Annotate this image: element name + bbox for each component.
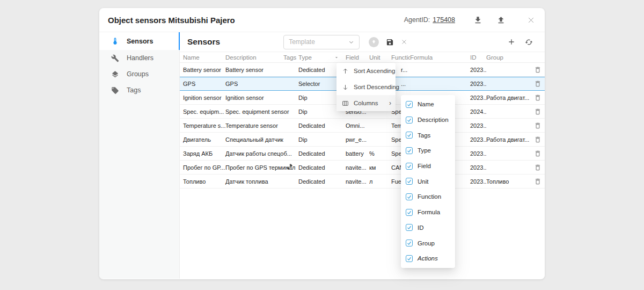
cell-actions (532, 178, 545, 185)
wrench-icon (111, 54, 119, 62)
menu-item-columns[interactable]: Columns› (336, 95, 396, 111)
columns-menu-item-tags[interactable]: Tags (401, 127, 455, 143)
cell-id: 2023... (470, 136, 486, 143)
column-header-label: Field (346, 54, 359, 61)
thermometer-icon (111, 37, 119, 45)
columns-menu-item-actions[interactable]: Actions (401, 251, 455, 266)
columns-menu-item-field[interactable]: Field (401, 158, 455, 174)
cell-actions (532, 136, 545, 143)
cell-id: 2023... (470, 164, 486, 171)
delete-row-icon[interactable] (534, 80, 541, 88)
delete-row-icon[interactable] (534, 136, 541, 143)
checkbox-group[interactable] (406, 240, 413, 247)
table-row[interactable]: Заряд АКБДатчик работы спецоб...Dedicate… (180, 147, 545, 161)
save-template-button[interactable] (386, 38, 394, 46)
column-header-group[interactable]: Group (486, 54, 532, 61)
sensors-dialog: Object sensors Mitsubishi Pajero AgentID… (99, 8, 545, 279)
column-header-id[interactable]: ID (470, 54, 486, 61)
column-header-label: Name (183, 54, 200, 61)
delete-row-icon[interactable] (534, 164, 541, 171)
column-header-label: ID (470, 54, 477, 61)
close-icon[interactable] (527, 16, 535, 24)
checkbox-name[interactable] (406, 101, 413, 108)
table-row[interactable]: Temperature s...Temperature sensorDedica… (180, 119, 545, 133)
checkbox-unit[interactable] (406, 178, 413, 185)
columns-menu-item-description[interactable]: Description (401, 112, 455, 128)
toolbar: Sensors Template (180, 32, 545, 52)
download-icon[interactable] (473, 16, 482, 25)
cell-unit: л (369, 178, 391, 185)
sidebar-item-sensors[interactable]: Sensors (99, 32, 179, 50)
table-row[interactable]: Пробег по GP...Пробег по GPS терминалDed… (180, 161, 545, 175)
columns-menu-item-id[interactable]: ID (401, 220, 455, 236)
column-header-field[interactable]: Field (346, 54, 369, 61)
column-header-type[interactable]: Type (298, 54, 346, 61)
menu-item-sort-ascending[interactable]: Sort Ascending (336, 63, 396, 79)
cell-name: Ignition sensor (183, 95, 225, 101)
sidebar-item-label: Handlers (127, 54, 153, 62)
tags-pair-icon (287, 164, 294, 171)
column-header-label: Function (391, 54, 410, 61)
checkbox-tags[interactable] (406, 132, 413, 139)
template-select[interactable]: Template (283, 35, 360, 49)
agent-id-label: AgentID: (404, 16, 430, 24)
column-header-description[interactable]: Description (225, 54, 283, 61)
columns-menu-item-function[interactable]: Function (401, 189, 455, 205)
cell-description: Spec. equipment sensor (225, 108, 283, 115)
delete-row-icon[interactable] (534, 94, 541, 102)
menu-item-sort-descending[interactable]: Sort Descending (336, 79, 396, 95)
delete-row-icon[interactable] (534, 108, 541, 115)
clear-template-icon[interactable] (401, 39, 407, 45)
checkbox-formula[interactable] (406, 209, 413, 216)
delete-row-icon[interactable] (534, 66, 541, 74)
table-row[interactable]: ДвигательСпециальный датчикDippwr_e...Sp… (180, 133, 545, 147)
column-header-function[interactable]: Function (391, 54, 410, 61)
column-header-formula[interactable]: Formula (410, 54, 470, 61)
filter-caret-icon[interactable] (334, 55, 339, 60)
cell-type: Dedicated (298, 150, 346, 157)
checkbox-actions[interactable] (406, 255, 413, 262)
columns-menu-item-label: Name (418, 101, 434, 107)
delete-row-icon[interactable] (534, 150, 541, 157)
cell-type: Dedicated (298, 122, 346, 129)
menu-item-label: Sort Ascending (354, 68, 395, 74)
column-header-unit[interactable]: Unit (369, 54, 391, 61)
table-row[interactable]: ТопливоДатчик топливаDedicatednavite...л… (180, 175, 545, 189)
apply-template-button[interactable] (369, 37, 379, 47)
sidebar-item-tags[interactable]: Tags (99, 82, 179, 98)
agent-id-link[interactable]: 175408 (433, 16, 455, 24)
cell-field: Omni... (346, 122, 369, 129)
refresh-icon[interactable] (525, 38, 533, 46)
columns-icon (342, 100, 349, 107)
sidebar-item-handlers[interactable]: Handlers (99, 50, 179, 66)
columns-menu-item-group[interactable]: Group (401, 235, 455, 251)
table-header-row: NameDescriptionTagsTypeFieldUnitFunction… (180, 52, 545, 63)
checkbox-field[interactable] (406, 163, 413, 170)
delete-row-icon[interactable] (534, 178, 541, 185)
layers-icon (111, 70, 119, 78)
cell-actions (532, 108, 545, 115)
columns-menu-item-label: Function (418, 193, 441, 200)
checkbox-description[interactable] (406, 117, 413, 124)
column-header-name[interactable]: Name (183, 54, 225, 61)
cell-name: Пробег по GP... (183, 164, 225, 171)
checkbox-function[interactable] (406, 193, 413, 200)
cell-name: Топливо (183, 178, 225, 185)
checkbox-id[interactable] (406, 224, 413, 231)
chevron-down-icon (348, 39, 354, 45)
cell-description: Ignition sensor (225, 95, 283, 101)
cell-id: 2023... (470, 81, 486, 87)
upload-icon[interactable] (496, 16, 506, 25)
add-sensor-button[interactable] (507, 38, 516, 46)
column-header-tags[interactable]: Tags (283, 54, 298, 61)
columns-menu-item-label: Description (418, 117, 449, 123)
columns-menu-item-label: Actions (418, 255, 438, 262)
columns-menu-item-type[interactable]: Type (401, 143, 455, 158)
columns-menu-item-unit[interactable]: Unit (401, 173, 455, 189)
menu-item-label: Columns (354, 100, 378, 106)
columns-menu-item-name[interactable]: Name (401, 97, 455, 112)
sidebar-item-groups[interactable]: Groups (99, 66, 179, 82)
delete-row-icon[interactable] (534, 122, 541, 129)
checkbox-type[interactable] (406, 147, 413, 154)
columns-menu-item-formula[interactable]: Formula (401, 205, 455, 220)
